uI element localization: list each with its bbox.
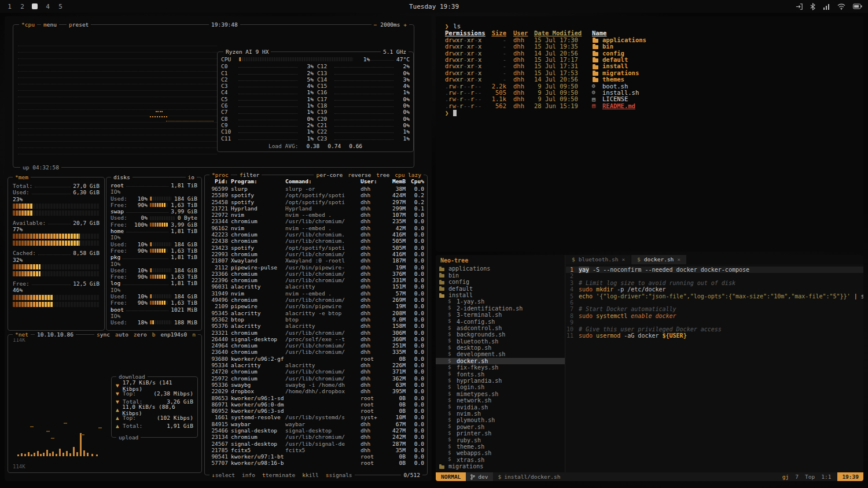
process-row[interactable]: 22972 nvim nvim --embed . dhh 107M 0.0: [208, 212, 424, 218]
proc-footer-action[interactable]: tterminate: [262, 471, 295, 479]
process-row[interactable]: 2112 pipewire-pulse /usr/bin/pipewire- d…: [208, 264, 424, 271]
tree-item[interactable]: network.sh: [436, 397, 565, 404]
proc-footer-action[interactable]: kkill: [302, 471, 319, 479]
tree-item[interactable]: config: [436, 279, 565, 285]
buffer-line[interactable]: 11 sudo usermod -aG docker ${USER}: [566, 332, 863, 339]
process-row[interactable]: 86971 kworker/u96:0-dm root 0B 0.0: [208, 401, 424, 408]
process-row[interactable]: 96031 alacritty alacritty dhh 151M 0.0: [208, 283, 424, 290]
process-row[interactable]: 23321 chromium /usr/lib/chromium/ dhh 30…: [208, 330, 424, 336]
tree-item[interactable]: hyprlandia.sh: [436, 378, 565, 384]
workspace-indicator[interactable]: 4: [44, 2, 52, 11]
net-next-iface-button[interactable]: n: [192, 331, 196, 338]
process-row[interactable]: 95345 alacritty alacritty -e btop dhh 20…: [208, 310, 424, 316]
net-prev-iface-button[interactable]: b: [152, 331, 156, 338]
process-row[interactable]: 95376 alacritty alacritty dhh 158M 0.0: [208, 323, 424, 329]
buffer-line[interactable]: 4 sudo mkdir -p /etc/docker: [566, 286, 863, 293]
tree-item[interactable]: fix-fkeys.sh: [436, 364, 565, 371]
process-row[interactable]: 49496 chromium /usr/lib/chromium/ dhh 26…: [208, 297, 424, 303]
tree-item[interactable]: mimetypes.sh: [436, 391, 565, 397]
process-row[interactable]: 25589 spotify /opt/spotify/spoti dhh 424…: [208, 192, 424, 198]
logout-icon[interactable]: [796, 3, 803, 10]
process-row[interactable]: 21721 Hyprland Hyprland dhh 299M 0.1: [208, 205, 424, 212]
tree-item[interactable]: 1-yay.sh: [436, 298, 565, 305]
process-row[interactable]: 23423 spotify /opt/spotify/spoti dhh 505…: [208, 245, 424, 251]
menu-button[interactable]: menu: [41, 21, 59, 28]
process-row[interactable]: 25972 chromium /usr/lib/chromium/ dhh 36…: [208, 375, 424, 382]
tree-item[interactable]: nvidia.sh: [436, 404, 565, 411]
tree-item[interactable]: backgrounds.sh: [436, 331, 565, 338]
tree-item[interactable]: desktop.sh: [436, 345, 565, 351]
process-row[interactable]: 23366 chromium /usr/lib/chromium/ dhh 37…: [208, 271, 424, 277]
buffer-line[interactable]: 1 yay -S --noconfirm --needed docker doc…: [566, 267, 863, 273]
tree-item[interactable]: bluetooth.sh: [436, 338, 565, 345]
tree-item[interactable]: install: [436, 292, 565, 298]
interval-decrease-button[interactable]: −: [374, 21, 377, 28]
process-row[interactable]: 21785 fcitx5 fcitx5 dhh 35M 0.0: [208, 447, 424, 453]
wifi-icon[interactable]: [837, 3, 845, 10]
process-row[interactable]: 89653 kworker/u96:1-sd root 0B 0.0: [208, 395, 424, 401]
tree-toggle[interactable]: tree: [376, 171, 389, 179]
workspace-indicator[interactable]: 3: [31, 2, 39, 11]
io-mode-button[interactable]: io: [186, 173, 197, 181]
process-row[interactable]: 95336 swaybg swaybg -i /home/dh dhh 63M …: [208, 382, 424, 388]
buffer-line[interactable]: 9: [566, 319, 863, 326]
buffer-line[interactable]: 7 # Start Docker automatically: [566, 306, 863, 312]
reverse-toggle[interactable]: reverse: [348, 171, 371, 179]
buffer-line[interactable]: 5 echo '{"log-driver":"json-file","log-o…: [566, 293, 863, 300]
buffer-tab[interactable]: $ bluetooth.sh ×: [566, 255, 631, 264]
process-row[interactable]: 42223 chromium /usr/lib/chromium. dhh 41…: [208, 231, 424, 238]
process-row[interactable]: 24720 chromium /usr/lib/chromium/ dhh 37…: [208, 368, 424, 375]
process-row[interactable]: 57707 kworker/u98:16-b root 0B 0.0: [208, 460, 424, 466]
tree-item[interactable]: applications: [436, 265, 565, 272]
process-row[interactable]: 26440 signal-desktop /proc/self/exe --t …: [208, 336, 424, 342]
close-tab-icon[interactable]: ×: [621, 256, 625, 263]
process-row[interactable]: 86952 kworker/u96:3-sd root 0B 0.0: [208, 408, 424, 414]
process-row[interactable]: 90541 kworker/u97:1-bt root 0B 0.0: [208, 453, 424, 460]
process-row[interactable]: 23344 chromium /usr/lib/chromium/ dhh 23…: [208, 218, 424, 224]
process-row[interactable]: 95362 btop btop dhh 9.0M 0.0: [208, 316, 424, 323]
process-row[interactable]: 95334 alacritty alacritty dhh 226M 0.0: [208, 362, 424, 368]
tree-item[interactable]: migrations: [436, 463, 565, 469]
audio-levels-icon[interactable]: [823, 3, 830, 10]
tree-item[interactable]: 4-config.sh: [436, 319, 565, 325]
process-row[interactable]: 24567 signal-desktop /usr/lib/signal-de …: [208, 441, 424, 447]
tree-item[interactable]: plymouth.sh: [436, 417, 565, 423]
interval-increase-button[interactable]: +: [403, 21, 407, 28]
tree-item[interactable]: fonts.sh: [436, 371, 565, 378]
tree-item[interactable]: docker.sh: [436, 358, 565, 364]
buffer-line[interactable]: 10 # Give this user privileged Docker ac…: [566, 326, 863, 332]
tree-item[interactable]: xtras.sh: [436, 457, 565, 463]
process-row[interactable]: 1661 systemd-resolve /usr/lib/systemd/s …: [208, 414, 424, 420]
process-row[interactable]: 24964 chromium /usr/lib/chromium/ dhh 25…: [208, 342, 424, 349]
tree-item[interactable]: ruby.sh: [436, 437, 565, 443]
filter-button[interactable]: filter: [237, 171, 262, 179]
close-tab-icon[interactable]: ×: [677, 256, 681, 263]
process-row[interactable]: 25458 spotify /opt/spotify/spoti dhh 297…: [208, 199, 424, 205]
proc-footer-action[interactable]: ssignals: [326, 471, 352, 479]
sort-selector[interactable]: cpu lazy: [395, 171, 421, 179]
tree-item[interactable]: bin: [436, 272, 565, 279]
process-row[interactable]: 96599 slurp slurp -or dhh 38M 0.0: [208, 186, 424, 192]
tree-item[interactable]: theme.sh: [436, 443, 565, 450]
net-auto-button[interactable]: auto: [115, 331, 128, 338]
tree-item[interactable]: printer.sh: [436, 430, 565, 437]
process-row[interactable]: 22029 dropbox /home/dhh/.dropbox dhh 395…: [208, 388, 424, 394]
process-row[interactable]: 22438 chromium /usr/lib/chromium. dhh 50…: [208, 238, 424, 244]
buffer-line[interactable]: 3 # Limit log size to avoid running out …: [566, 280, 863, 286]
buffer-tab[interactable]: $ docker.sh ×: [631, 255, 686, 264]
proc-footer-action[interactable]: ↓select: [212, 471, 235, 479]
buffer-line[interactable]: 8 sudo systemctl enable docker: [566, 313, 863, 319]
buffer-line[interactable]: 6: [566, 300, 863, 306]
process-row[interactable]: 22396 chromium /usr/lib/chromium/ dhh 33…: [208, 277, 424, 283]
process-row[interactable]: 23134 chromium /usr/lib/chromium/ dhh 24…: [208, 434, 424, 440]
tree-item[interactable]: default: [436, 286, 565, 292]
process-row[interactable]: 22993 chromium /usr/lib/chromium/ dhh 41…: [208, 251, 424, 257]
battery-icon[interactable]: [853, 3, 862, 9]
workspace-indicator[interactable]: 2: [19, 2, 26, 11]
tree-item[interactable]: asdcontrol.sh: [436, 325, 565, 331]
tree-item[interactable]: 2-identification.sh: [436, 305, 565, 312]
process-row[interactable]: 96162 nvim nvim --embed . dhh 42M 0.0: [208, 225, 424, 231]
bluetooth-icon[interactable]: [810, 3, 815, 10]
net-sync-button[interactable]: sync: [97, 331, 110, 338]
workspace-indicator[interactable]: 1: [6, 2, 13, 11]
